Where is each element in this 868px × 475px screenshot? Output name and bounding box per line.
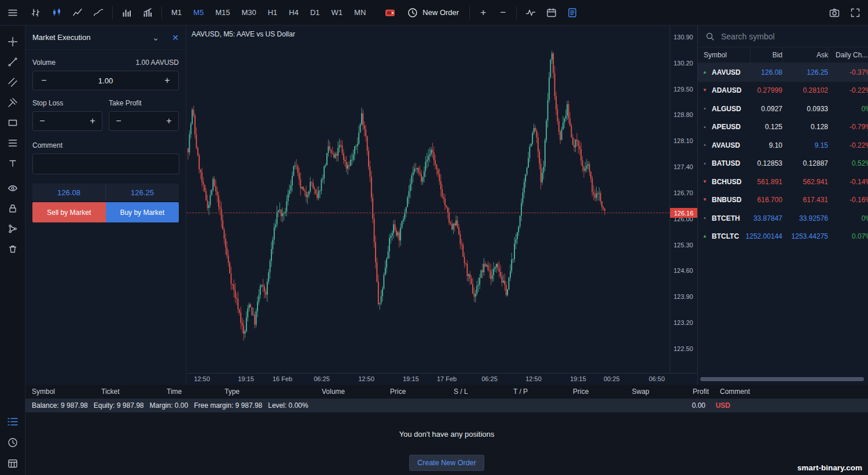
create-new-order-button[interactable]: Create New Order: [409, 455, 484, 471]
timeframe-group: M1M5M15M30H1H4D1W1MN: [165, 0, 372, 25]
bars-chart-button[interactable]: [25, 0, 46, 25]
time-axis-label: 00:25: [604, 375, 620, 382]
pitchfork-tool[interactable]: [2, 92, 23, 112]
positions-column-time[interactable]: Time: [167, 388, 225, 396]
volume-decrease-button[interactable]: −: [33, 71, 55, 90]
red-badge-button[interactable]: [380, 0, 400, 25]
timeframe-m15[interactable]: M15: [209, 0, 236, 25]
column-symbol[interactable]: Symbol: [698, 48, 750, 63]
positions-column-ticket[interactable]: Ticket: [101, 388, 167, 396]
buy-by-market-button[interactable]: Buy by Market: [106, 202, 179, 222]
candles-chart-button[interactable]: [46, 0, 67, 25]
horizontal-scrollbar[interactable]: [700, 377, 864, 381]
area-chart-button[interactable]: [88, 0, 109, 25]
channel-tool[interactable]: [2, 72, 23, 92]
price-axis-label: 128.80: [674, 111, 693, 118]
market-watch-row[interactable]: •BATUSD0.128530.128870.52%: [698, 155, 868, 173]
lock-tool[interactable]: [2, 198, 23, 218]
screenshot-button[interactable]: [824, 0, 845, 25]
market-watch-row[interactable]: •BTCETH33.8784733.925760%: [698, 209, 868, 228]
search-input[interactable]: [721, 32, 848, 41]
daily-change-value: -0.22%: [828, 86, 868, 94]
trendline-tool[interactable]: [2, 52, 23, 72]
stop-loss-decrease-button[interactable]: −: [33, 112, 52, 130]
time-axis-label: 12:50: [525, 375, 542, 382]
daily-change-value: -0.37%: [828, 68, 868, 76]
market-watch-row[interactable]: ▼BCHUSD561.891562.941-0.14%: [698, 173, 868, 191]
visibility-tool[interactable]: [2, 178, 23, 198]
timeframe-w1[interactable]: W1: [326, 0, 349, 25]
positions-column-swap[interactable]: Swap: [632, 388, 693, 396]
symbol-search[interactable]: [698, 25, 868, 48]
timeframe-h1[interactable]: H1: [262, 0, 284, 25]
menu-button[interactable]: [0, 0, 25, 25]
comment-input[interactable]: [32, 154, 179, 174]
candlestick-chart[interactable]: [186, 25, 670, 373]
market-watch-row[interactable]: ▲AAVUSD126.08126.25-0.37%: [698, 63, 868, 82]
market-watch-row[interactable]: •AVAUSD9.109.15-0.22%: [698, 136, 868, 155]
take-profit-label: Take Profit: [109, 99, 179, 107]
timeframe-h4[interactable]: H4: [283, 0, 304, 25]
timeframe-m30[interactable]: M30: [236, 0, 262, 25]
volume-input[interactable]: 1.00: [55, 76, 156, 85]
volume-increase-button[interactable]: +: [156, 71, 178, 90]
column-ask[interactable]: Ask: [782, 48, 828, 63]
new-order-button[interactable]: New Order: [400, 0, 466, 25]
positions-tab[interactable]: [6, 416, 19, 427]
zoom-in-button[interactable]: +: [473, 0, 493, 25]
chevron-down-icon[interactable]: ⌄: [152, 32, 160, 43]
tick-volumes-button[interactable]: [137, 0, 158, 25]
positions-column-profit[interactable]: Profit: [693, 388, 720, 396]
take-profit-increase-button[interactable]: +: [160, 112, 178, 130]
positions-column-price[interactable]: Price: [390, 388, 454, 396]
market-watch-row[interactable]: ▼ADAUSD0.279990.28102-0.22%: [698, 82, 868, 100]
symbol-name: BCHUSD: [712, 178, 750, 186]
objects-tree-tool[interactable]: [2, 218, 23, 239]
timeframe-mn[interactable]: MN: [348, 0, 372, 25]
line-chart-button[interactable]: [67, 0, 88, 25]
shapes-tool[interactable]: [2, 112, 23, 133]
toolbar-divider: [112, 6, 113, 19]
remove-objects-tool[interactable]: [2, 239, 23, 259]
neutral-dot-icon: •: [704, 215, 706, 221]
positions-column-type[interactable]: Type: [225, 388, 322, 396]
sell-by-market-button[interactable]: Sell by Market: [32, 202, 106, 222]
market-watch-row[interactable]: ▼BNBUSD616.700617.431-0.16%: [698, 191, 868, 210]
timeframe-m5[interactable]: M5: [187, 0, 209, 25]
positions-column-price[interactable]: Price: [573, 388, 632, 396]
timeframe-d1[interactable]: D1: [304, 0, 326, 25]
positions-column-t-p[interactable]: T / P: [513, 388, 573, 396]
time-axis[interactable]: 12:5019:1516 Feb06:2512:5019:1517 Feb06:…: [186, 373, 697, 385]
positions-column-comment[interactable]: Comment: [720, 388, 868, 396]
economic-calendar-button[interactable]: [541, 0, 562, 25]
calendar-tab[interactable]: [6, 458, 19, 469]
stop-loss-increase-button[interactable]: +: [83, 112, 102, 130]
volumes-button[interactable]: [116, 0, 137, 25]
close-icon[interactable]: ✕: [172, 33, 179, 42]
indicators-button[interactable]: [520, 0, 541, 25]
crosshair-tool[interactable]: [2, 31, 23, 52]
fibonacci-tool[interactable]: [2, 133, 23, 153]
market-watch-row[interactable]: •APEUSD0.1250.128-0.79%: [698, 118, 868, 137]
take-profit-decrease-button[interactable]: −: [109, 112, 128, 130]
text-tool[interactable]: [2, 153, 23, 173]
positions-column-symbol[interactable]: Symbol: [32, 388, 101, 396]
positions-column-volume[interactable]: Volume: [322, 388, 390, 396]
down-arrow-icon: ▼: [703, 180, 707, 184]
column-daily-change[interactable]: Daily Ch...: [828, 48, 868, 63]
mt5-web-terminal: { "icons": { "plus": "+", "minus": "−", …: [0, 0, 868, 475]
column-bid[interactable]: Bid: [750, 48, 782, 63]
chart-area[interactable]: AAVUSD, M5: AAVE vs US Dollar 130.90130.…: [186, 25, 697, 385]
history-tab[interactable]: [6, 437, 19, 448]
daily-change-value: -0.16%: [828, 196, 868, 204]
zoom-out-button[interactable]: −: [493, 0, 513, 25]
text-icon: [8, 158, 18, 169]
market-watch-row[interactable]: ▲BTCLTC1252.001441253.442750.07%: [698, 228, 868, 246]
journal-button[interactable]: [562, 0, 583, 25]
price-axis[interactable]: 130.90130.20129.50128.80128.10127.40126.…: [670, 25, 697, 373]
line-chart-icon: [72, 8, 83, 18]
market-watch-row[interactable]: •ALGUSD0.09270.09330%: [698, 100, 868, 118]
positions-column-s-l[interactable]: S / L: [454, 388, 513, 396]
timeframe-m1[interactable]: M1: [165, 0, 187, 25]
fullscreen-button[interactable]: [845, 0, 866, 25]
